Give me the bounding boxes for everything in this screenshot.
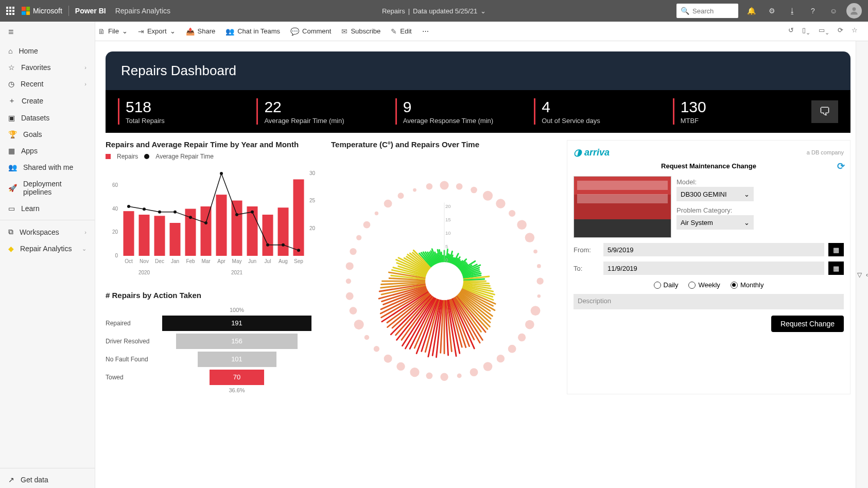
- chevron-down-icon[interactable]: ⌄: [480, 7, 486, 15]
- breadcrumb[interactable]: Repairs | Data updated 5/25/21 ⌄: [382, 7, 486, 15]
- book-icon: ▭: [8, 204, 15, 213]
- svg-text:Jan: Jan: [171, 258, 179, 264]
- svg-rect-13: [201, 206, 212, 256]
- calendar-icon[interactable]: ▦: [828, 262, 844, 275]
- svg-text:Dec: Dec: [155, 258, 164, 264]
- app-launcher-icon[interactable]: [6, 7, 14, 15]
- funnel-title: # Repairs by Action Taken: [106, 291, 322, 300]
- to-date-input[interactable]: 11/9/2019: [603, 262, 824, 275]
- share-icon: 📤: [186, 27, 195, 36]
- download-icon[interactable]: ⭳: [785, 3, 800, 19]
- bus-image: [574, 176, 671, 238]
- nav-favorites[interactable]: ☆Favorites›: [0, 59, 95, 76]
- svg-point-195: [398, 193, 404, 199]
- svg-text:Jun: Jun: [248, 258, 256, 264]
- comment-icon: 💬: [290, 27, 299, 36]
- teams-icon: 👥: [225, 27, 234, 36]
- nav-apps[interactable]: ▦Apps: [0, 143, 95, 159]
- bookmark-icon[interactable]: ▯⌄: [800, 26, 812, 36]
- svg-rect-11: [170, 223, 181, 256]
- svg-text:30: 30: [309, 170, 316, 176]
- model-select[interactable]: DB300 GEMINI⌄: [676, 187, 754, 201]
- kpi-avg-response-time: 9Average Response Time (min): [395, 98, 513, 125]
- mail-icon: ✉: [341, 27, 348, 36]
- share-button[interactable]: 📤Share: [181, 27, 221, 36]
- refresh-icon[interactable]: ⟳: [837, 161, 845, 172]
- nav-current-workspace[interactable]: ◆Repair Analytics⌄: [0, 240, 95, 257]
- feedback-icon[interactable]: ☺: [826, 3, 841, 19]
- svg-point-91: [537, 294, 541, 298]
- svg-text:40: 40: [112, 206, 118, 212]
- more-menu[interactable]: ⋯: [417, 27, 434, 35]
- svg-text:2021: 2021: [231, 270, 243, 275]
- nav-create[interactable]: ＋Create: [0, 92, 95, 110]
- report-name[interactable]: Repairs Analytics: [115, 7, 170, 15]
- from-date-input[interactable]: 5/9/2019: [603, 243, 824, 256]
- nav-get-data[interactable]: ↗Get data: [0, 472, 95, 488]
- funnel-chart[interactable]: 100% Repaired191 Driver Resolved156 No F…: [106, 307, 322, 393]
- search-input[interactable]: [692, 7, 728, 15]
- funnel-bottom-pct: 36.6%: [229, 387, 245, 393]
- radio-daily[interactable]: Daily: [654, 281, 679, 289]
- svg-point-135: [410, 368, 419, 377]
- refresh-icon[interactable]: ⟳: [836, 26, 845, 36]
- radio-monthly[interactable]: Monthly: [731, 281, 764, 289]
- chevron-down-icon: ⌄: [744, 190, 750, 198]
- svg-point-179: [356, 235, 361, 240]
- svg-point-123: [457, 373, 462, 378]
- nav-datasets[interactable]: ▣Datasets: [0, 110, 95, 126]
- nav-home[interactable]: ⌂Home: [0, 43, 95, 59]
- view-icon[interactable]: ▭⌄: [817, 26, 831, 36]
- left-nav: ≡ ⌂Home ☆Favorites› ◷Recent› ＋Create ▣Da…: [0, 22, 95, 488]
- svg-text:Nov: Nov: [140, 258, 149, 264]
- svg-text:Sep: Sep: [294, 258, 303, 264]
- notifications-icon[interactable]: 🔔: [743, 3, 759, 19]
- db-tagline: a DB company: [807, 149, 844, 155]
- avatar[interactable]: [846, 3, 862, 19]
- svg-point-107: [508, 345, 516, 353]
- svg-text:20: 20: [309, 225, 316, 231]
- comment-icon[interactable]: 🗨: [811, 100, 838, 123]
- svg-rect-15: [232, 201, 242, 256]
- settings-icon[interactable]: ⚙: [764, 3, 779, 19]
- kpi-mtbf: 130MTBF: [673, 98, 791, 125]
- svg-rect-17: [263, 215, 273, 256]
- nav-shared[interactable]: 👥Shared with me: [0, 159, 95, 176]
- description-input[interactable]: Description: [574, 294, 844, 309]
- help-icon[interactable]: ?: [805, 3, 821, 19]
- nav-goals[interactable]: 🏆Goals: [0, 126, 95, 143]
- nav-pipelines[interactable]: 🚀Deployment pipelines: [0, 176, 95, 200]
- nav-toggle[interactable]: ≡: [0, 22, 95, 43]
- chat-teams-button[interactable]: 👥Chat in Teams: [220, 27, 285, 36]
- form-title: Request Maintenance Change: [661, 162, 756, 170]
- nav-learn[interactable]: ▭Learn: [0, 200, 95, 217]
- request-change-button[interactable]: Request Change: [771, 316, 844, 332]
- svg-text:Aug: Aug: [279, 258, 288, 264]
- ws-badge-icon: ◆: [8, 245, 14, 253]
- radial-title: Temperature (C°) and Repairs Over Time: [331, 140, 558, 149]
- edit-button[interactable]: ✎Edit: [386, 27, 416, 36]
- svg-point-191: [384, 200, 392, 208]
- radio-weekly[interactable]: Weekly: [688, 281, 720, 289]
- nav-recent[interactable]: ◷Recent›: [0, 76, 95, 92]
- radial-chart[interactable]: 05101520: [336, 153, 552, 390]
- file-menu[interactable]: 🗎File⌄: [93, 27, 133, 36]
- svg-rect-10: [154, 216, 165, 256]
- export-menu[interactable]: ⇥Export⌄: [133, 27, 181, 36]
- filters-pane-collapsed[interactable]: ‹ ▽ Filters: [856, 41, 868, 488]
- comment-button[interactable]: 💬Comment: [285, 27, 336, 36]
- problem-select[interactable]: Air System⌄: [676, 215, 754, 230]
- reset-icon[interactable]: ↺: [786, 26, 796, 36]
- search-box[interactable]: 🔍: [676, 4, 738, 18]
- favorite-icon[interactable]: ☆: [849, 26, 860, 36]
- svg-point-163: [346, 292, 354, 300]
- subscribe-button[interactable]: ✉Subscribe: [336, 27, 386, 36]
- pencil-icon: ✎: [391, 27, 397, 36]
- chevron-down-icon: ⌄: [82, 246, 86, 252]
- svg-point-127: [440, 373, 448, 381]
- svg-point-59: [483, 191, 493, 201]
- nav-workspaces[interactable]: ⧉Workspaces›: [0, 223, 95, 240]
- combo-chart[interactable]: 0204060202530OctNovDecJanFebMarAprMayJun…: [106, 163, 322, 282]
- svg-point-167: [346, 278, 351, 284]
- calendar-icon[interactable]: ▦: [828, 243, 844, 256]
